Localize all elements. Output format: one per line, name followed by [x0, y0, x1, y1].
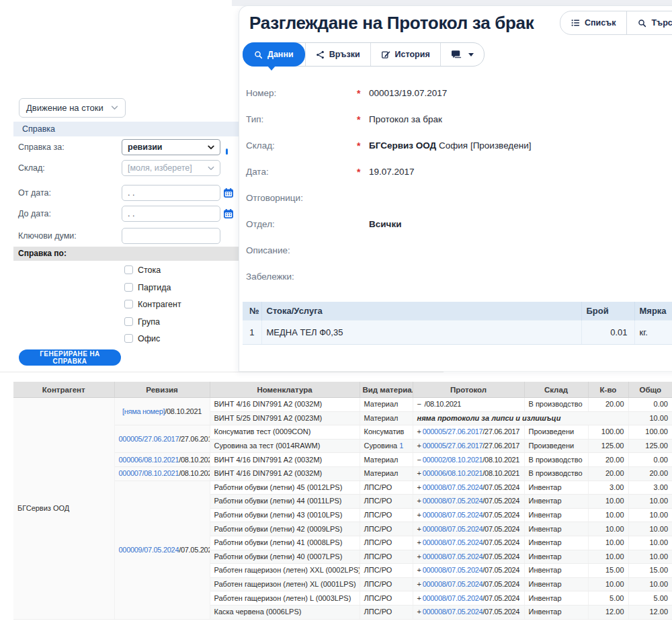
- protocol-cell: +000008/07.05.2024/07.05.2024: [413, 495, 524, 509]
- protocol-link[interactable]: 000008/07.05.2024: [423, 511, 483, 519]
- total-cell: 0.00: [628, 453, 672, 467]
- page-title: Разглеждане на Протокол за брак: [249, 13, 534, 34]
- module-select-value: Движение на стоки: [26, 103, 103, 113]
- checkbox-label: Група: [138, 317, 160, 327]
- report-header-cell: Вид материал: [360, 382, 413, 398]
- date-to-input[interactable]: . .: [122, 206, 220, 222]
- input-value: . .: [128, 188, 134, 198]
- warehouse-cell: В производство: [524, 466, 588, 481]
- report-header-cell: Протокол: [413, 382, 524, 398]
- total-cell: 100.00: [628, 425, 672, 440]
- protocol-sign: −: [417, 456, 421, 464]
- date-from-input[interactable]: . .: [122, 185, 220, 201]
- checkbox-stoka[interactable]: [124, 265, 133, 274]
- detail-field-row: Отговорници:: [239, 185, 672, 211]
- checkbox-row: Група: [0, 317, 239, 327]
- material-type-cell: Материал: [360, 466, 413, 481]
- list-button-label: Списък: [585, 18, 616, 28]
- section-header-spravka-po: Справка по:: [13, 247, 239, 261]
- checkbox-partida[interactable]: [124, 283, 133, 292]
- search-icon: [254, 50, 263, 59]
- protocol-cell: +000005/27.06.2017/27.06.2017: [413, 425, 524, 440]
- revision-link[interactable]: [няма номер]: [122, 407, 165, 415]
- tab-history[interactable]: История: [370, 43, 440, 66]
- protocol-cell: −000002/08.10.2021/08.10.2021: [413, 453, 524, 467]
- chevron-down-icon: [111, 106, 118, 110]
- protocol-link[interactable]: 000008/07.05.2024: [423, 580, 483, 588]
- protocol-link[interactable]: 000008/07.05.2024: [423, 497, 483, 505]
- search-button[interactable]: Търсене: [626, 11, 672, 34]
- calendar-icon[interactable]: [223, 188, 234, 198]
- item-number-cell: 1: [243, 321, 261, 345]
- section-header-spravka: Справка: [13, 122, 239, 136]
- report-header-row: КонтрагентРевизияНоменклатураВид материа…: [13, 382, 672, 398]
- total-cell: 20.00: [628, 466, 672, 481]
- protocol-link[interactable]: 000008/07.05.2024: [423, 552, 483, 561]
- detail-field-label: Забележки:: [246, 272, 357, 282]
- revision-cell: 000005/27.06.2017/27.06.2017: [114, 425, 210, 453]
- nomenclature-cell: Каска червена (0006LPS): [210, 605, 360, 619]
- nomenclature-cell: ВИНТ 5/25 DIN7991 A2 (0023M): [210, 411, 360, 425]
- revision-link[interactable]: 000009/07.05.2024: [119, 546, 179, 554]
- material-link[interactable]: 1: [399, 442, 403, 450]
- revision-cell: 000007/08.10.2021/08.10.2021: [114, 466, 210, 481]
- calendar-button[interactable]: [223, 208, 234, 219]
- checkbox-kontragent[interactable]: [124, 300, 133, 308]
- material-type-cell: ЛПС/РО: [360, 550, 413, 564]
- protocol-sign: +: [417, 594, 421, 602]
- protocol-link[interactable]: 000008/07.05.2024: [423, 566, 483, 574]
- report-header-cell: Склад: [524, 382, 588, 398]
- material-type-cell: Материал: [360, 398, 413, 412]
- chevron-down-icon: [208, 166, 214, 171]
- report-type-select[interactable]: ревизии: [122, 139, 220, 155]
- calendar-icon[interactable]: [223, 208, 234, 219]
- detail-field-row: Описание:: [239, 237, 672, 263]
- warehouse-select[interactable]: [моля, изберете]: [122, 160, 220, 176]
- quantity-cell: 20.00: [588, 453, 628, 467]
- revision-cell: [няма номер]/08.10.2021: [114, 398, 210, 425]
- total-cell: 10.00: [628, 495, 672, 509]
- protocol-link[interactable]: 000008/07.05.2024: [423, 483, 483, 491]
- keywords-input[interactable]: [122, 228, 220, 244]
- checkbox-grupa[interactable]: [124, 317, 133, 326]
- filter-field-row: Склад:[моля, изберете]: [0, 160, 242, 176]
- warehouse-cell: Инвентар: [524, 550, 588, 564]
- report-header-cell: Ревизия: [114, 382, 210, 398]
- detail-fields: Номер:*000013/19.07.2017Тип:*Протокол за…: [239, 80, 672, 290]
- module-select[interactable]: Движение на стоки: [19, 98, 126, 118]
- material-type-cell: Материал: [360, 411, 413, 425]
- total-cell: 10.00: [628, 536, 672, 550]
- tab-data[interactable]: Данни: [243, 42, 305, 67]
- calendar-button[interactable]: [223, 188, 234, 198]
- protocol-link[interactable]: 000006/08.10.2021: [423, 469, 483, 477]
- items-header-cell: Брой: [581, 302, 634, 321]
- list-button[interactable]: Списък: [560, 11, 626, 34]
- tab-comments[interactable]: [440, 43, 484, 66]
- revision-link[interactable]: 000006/08.10.2021: [119, 456, 179, 464]
- required-asterisk: *: [357, 167, 369, 177]
- protocol-cell: +000008/07.05.2024/07.05.2024: [413, 605, 524, 619]
- revision-link[interactable]: 000007/08.10.2021: [119, 469, 179, 477]
- protocol-link[interactable]: 000008/07.05.2024: [423, 538, 483, 546]
- total-cell: 12.00: [628, 605, 672, 619]
- revision-cell: 000006/08.10.2021/08.10.2021: [114, 453, 210, 467]
- protocol-link[interactable]: 000005/27.06.2017: [423, 427, 483, 436]
- tab-links[interactable]: Връзки: [305, 43, 370, 66]
- material-type-cell: Суровина 1: [360, 439, 413, 453]
- protocol-cell: +000006/08.10.2021/08.10.2021: [413, 466, 524, 481]
- divider: [0, 372, 444, 372]
- revision-link[interactable]: 000005/27.06.2017: [119, 435, 179, 443]
- protocol-link[interactable]: 000002/08.10.2021: [423, 456, 483, 464]
- protocol-link[interactable]: 000008/07.05.2024: [423, 594, 483, 602]
- material-type-cell: ЛПС/РО: [360, 564, 413, 578]
- protocol-link[interactable]: 000005/27.06.2017: [423, 442, 483, 450]
- checkbox-ofis[interactable]: [124, 334, 133, 343]
- protocol-link[interactable]: 000008/07.05.2024: [423, 525, 483, 533]
- filter-field-row: Справка за:ревизии: [0, 139, 242, 155]
- chevron-down-icon: [468, 53, 474, 56]
- report-header-cell: Общо: [628, 382, 672, 398]
- generate-report-button[interactable]: ГЕНЕРИРАНЕ НА СПРАВКА: [19, 349, 121, 366]
- nomenclature-cell: Работни обувки (летни) 41 (0008LPS): [210, 536, 360, 550]
- total-cell: 10.00: [628, 550, 672, 564]
- protocol-link[interactable]: 000008/07.05.2024: [423, 608, 483, 616]
